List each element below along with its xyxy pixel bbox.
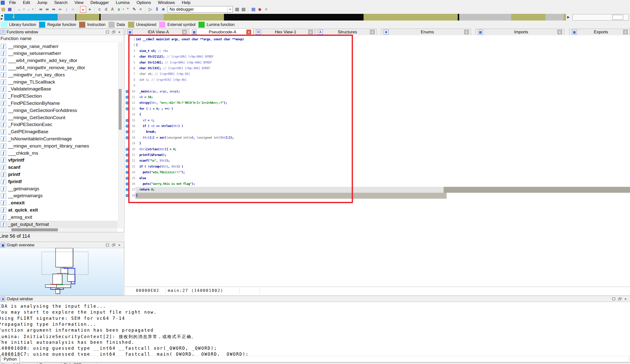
function-item[interactable]: f___w64_mingwthr_remove_key_dtor (0, 64, 118, 71)
step-into-icon[interactable]: ▧ (234, 6, 240, 12)
debugger-select[interactable]: No debugger▼ (168, 6, 233, 12)
code-line[interactable]: { (136, 112, 141, 118)
tab-close-icon[interactable]: x (464, 30, 469, 34)
menu-item-help[interactable]: Help (178, 0, 194, 5)
save-file-icon[interactable]: ▦ (7, 6, 12, 12)
back-icon[interactable]: ← (17, 6, 22, 12)
navband-segment[interactable] (459, 14, 511, 20)
tab-close-icon[interactable]: x (370, 30, 375, 34)
code-line[interactable]: char Str[43]; // [rsp+C0h] [rbp-30h] BYR… (136, 66, 210, 71)
code-line[interactable]: v3 = i; (136, 118, 154, 123)
function-item[interactable]: fprintf (0, 171, 118, 178)
function-item[interactable]: f_get_output_format (0, 221, 118, 228)
navband-zoom-thumb[interactable] (612, 15, 623, 20)
menu-item-lumina[interactable]: Lumina (112, 0, 133, 5)
code-line[interactable]: int __cdecl main(int argc, const char **… (136, 36, 244, 42)
menu-item-debugger[interactable]: Debugger (87, 0, 112, 5)
watch-list-icon[interactable]: ◆ (257, 6, 262, 12)
search-again-icon[interactable]: ∞ (57, 6, 63, 12)
menu-item-options[interactable]: Options (133, 0, 154, 5)
menu-item-jump[interactable]: Jump (34, 0, 51, 5)
code-line[interactable]: scanf("%s", Str2); (136, 158, 170, 164)
maximize-icon[interactable] (104, 30, 110, 34)
functions-horizontal-scrollbar[interactable] (0, 228, 118, 232)
tab-close-icon[interactable]: x (557, 30, 562, 34)
edit-icon[interactable]: ✎ (132, 6, 137, 12)
debug-stop-icon[interactable]: ■ (161, 6, 166, 12)
function-item[interactable]: f_FindPESectionExec (0, 121, 118, 128)
code-line[interactable]: return 0; (136, 187, 154, 192)
output-window-titlebar[interactable]: ≣ Output window × (0, 296, 630, 302)
function-item[interactable]: f_IsNonwritableInCurrentImage (0, 135, 118, 142)
function-item[interactable]: f__wgetmainargs (0, 192, 118, 200)
navband-segment[interactable] (564, 14, 566, 20)
menu-item-edit[interactable]: Edit (19, 0, 33, 5)
code-line[interactable]: for ( i = 0; ; ++i ) (136, 106, 173, 112)
tab-close-icon[interactable]: x (182, 30, 187, 34)
tab-exports[interactable]: ▤Exportsx (569, 29, 630, 35)
step-over-icon[interactable]: ▨ (241, 6, 246, 12)
function-item[interactable]: fscanf (0, 164, 118, 171)
close-icon[interactable]: × (116, 243, 122, 247)
float-icon[interactable] (110, 243, 116, 247)
navband-segment[interactable] (100, 14, 164, 20)
navband-segment[interactable] (364, 14, 458, 20)
function-item[interactable]: f_onexit (0, 200, 118, 206)
tab-hex-view-1[interactable]: OHex View-1x (253, 29, 315, 35)
undefine-icon[interactable]: × (138, 6, 143, 12)
output-log[interactable]: IDA is analysing the input file...You ma… (0, 302, 630, 356)
debug-pause-icon[interactable]: Ⅱ (154, 6, 160, 12)
tab-close-icon[interactable]: x (246, 30, 251, 34)
float-icon[interactable] (617, 296, 622, 301)
jump-icon[interactable]: ↓ (64, 6, 69, 12)
function-item[interactable]: f_GetPEImageBase (0, 128, 118, 136)
struct-menu-icon[interactable]: ▼ (122, 6, 124, 12)
code-line[interactable]: strcpy(Str, "n=<;:h2<'?8:?'9hl9'h:l>'2>>… (136, 100, 227, 106)
function-item[interactable]: fvfprintf (0, 157, 118, 164)
navband-segment[interactable] (164, 14, 224, 20)
search-disabled-icon[interactable]: ∞ (70, 6, 76, 12)
menu-item-file[interactable]: File (6, 0, 19, 5)
function-item[interactable]: f__mingw_GetSectionCount (0, 114, 118, 121)
code-line[interactable]: { (136, 42, 138, 48)
navband-scroll-right-icon[interactable]: ▶ (1, 17, 3, 20)
make-data-icon[interactable]: d (103, 6, 109, 12)
chevron-down-icon[interactable]: ▼ (228, 6, 232, 12)
open-file-icon[interactable]: ▤ (0, 6, 6, 12)
code-line[interactable]: } (136, 140, 141, 146)
function-item[interactable]: f__mingw_raise_matherr (0, 43, 118, 50)
add-struct-icon[interactable]: s (116, 6, 122, 12)
code-line[interactable]: Str1[i] = xor((unsigned int)v8, (unsigne… (136, 135, 234, 140)
graph-overview-titlebar[interactable]: ▦ Graph overview × (0, 242, 124, 248)
tab-pseudocode-a[interactable]: ▤Pseudocode-Ax (189, 28, 253, 35)
function-item[interactable]: f__mingwthr_run_key_dtors (0, 71, 118, 78)
functions-vertical-scrollbar[interactable] (118, 43, 122, 228)
function-item[interactable]: fat_quick_exit (0, 206, 118, 214)
graph-overview-canvas[interactable] (0, 248, 123, 296)
function-name-column-header[interactable]: Function name (0, 35, 124, 42)
make-string-icon[interactable]: A (110, 6, 115, 12)
code-line[interactable]: puts("win,TQLLLLLLL!!!"); (136, 170, 185, 175)
forward-history-icon[interactable]: ▼ (32, 6, 34, 12)
navband-segment[interactable] (58, 14, 76, 20)
search-text-icon[interactable]: ∞ (44, 6, 50, 12)
function-item[interactable]: f_FindPESectionByName (0, 100, 118, 107)
navband-scroll-left-icon[interactable]: ◀ (1, 14, 3, 17)
code-line[interactable]: _main(argc, argv, envp); (136, 89, 180, 94)
maximize-icon[interactable] (104, 243, 110, 247)
function-item[interactable]: f_FindPESection (0, 93, 118, 100)
close-icon[interactable]: × (622, 296, 628, 301)
code-line[interactable]: v8 = 10; (136, 94, 153, 100)
function-item[interactable]: f__getmainargs (0, 185, 118, 192)
pseudocode-view[interactable]: 1int __cdecl main(int argc, const char *… (125, 35, 630, 287)
menu-item-windows[interactable]: Windows (154, 0, 178, 5)
navigation-band[interactable] (4, 14, 566, 20)
code-line[interactable]: if ( !strcmp(Str1, Str2) ) (136, 164, 183, 170)
tab-structures[interactable]: AStructuresx (315, 29, 377, 35)
functions-window-titlebar[interactable]: f Functions window × (0, 29, 124, 35)
kill-process-icon[interactable]: × (264, 6, 269, 12)
make-code-icon[interactable]: c (97, 6, 102, 12)
breakpoint-list-icon[interactable]: ▤ (250, 6, 256, 12)
scrollbar-thumb[interactable] (11, 228, 58, 231)
python-prompt-button[interactable]: Python (0, 356, 20, 362)
